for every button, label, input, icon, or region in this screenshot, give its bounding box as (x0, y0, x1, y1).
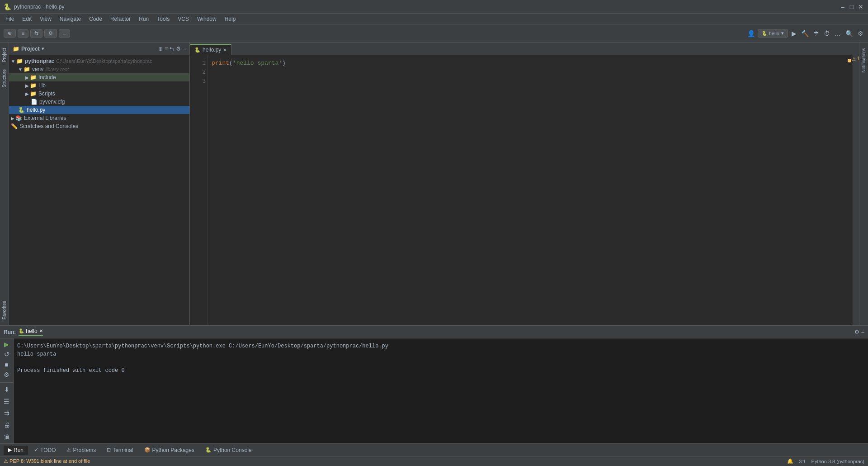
tab-file-icon: 🐍 (194, 47, 201, 53)
search-everywhere-button[interactable]: 🔍 (844, 29, 854, 38)
profile-button[interactable]: ⏱ (823, 29, 831, 38)
settings-button[interactable]: ⚙ (857, 29, 864, 38)
run-config-selector[interactable]: 🐍 hello ▾ (758, 29, 788, 38)
menu-vcs[interactable]: VCS (174, 15, 193, 23)
run-output-exitcode: Process finished with exit code 0 (17, 366, 864, 375)
panel-header-actions: ⊕ ≡ ⇆ ⚙ – (158, 46, 186, 52)
panel-header-title: 📁 Project ▾ (13, 46, 44, 52)
expand-btn[interactable]: ⇆ (30, 29, 42, 38)
run-tab-icon-bottom: ▶ (8, 447, 12, 453)
menu-refactor[interactable]: Refactor (107, 15, 134, 23)
settings-btn[interactable]: ⚙ (44, 29, 57, 38)
minimize-button[interactable]: – (839, 3, 846, 10)
collapse-icon: ≡ (22, 31, 24, 36)
tab-close-hello[interactable]: ✕ (223, 48, 226, 52)
tab-python-packages[interactable]: 📦 Python Packages (140, 446, 199, 455)
tab-problems[interactable]: ⚠ Problems (62, 446, 100, 455)
caret-scripts: ▶ (25, 91, 29, 96)
build-button[interactable]: 🔨 (800, 29, 810, 38)
run-rerun-btn[interactable]: ↺ (2, 350, 12, 358)
tree-item-external-libs[interactable]: ▶ 📚 External Libraries (9, 114, 189, 122)
status-position[interactable]: 3:1 (799, 459, 806, 464)
tree-label-root: pythonprac (25, 58, 54, 64)
panel-settings-btn[interactable]: ⚙ (176, 46, 181, 52)
editor-code[interactable]: print('hello sparta') (208, 55, 846, 325)
editor-gutter-right (846, 55, 853, 325)
run-scroll-end-btn[interactable]: ⬇ (2, 385, 12, 395)
maximize-button[interactable]: □ (848, 3, 855, 10)
tree-item-include[interactable]: ▶ 📁 Include (9, 73, 189, 81)
tab-python-console[interactable]: 🐍 Python Console (201, 446, 256, 455)
run-panel-header: Run: 🐍 hello ✕ ⚙ – (0, 326, 868, 338)
status-warning-msg[interactable]: ⚠ PEP 8: W391 blank line at end of file (4, 458, 90, 464)
run-play-btn[interactable]: ▶ (2, 340, 12, 348)
tree-label-scratches: Scratches and Consoles (19, 123, 78, 129)
run-tab-close[interactable]: ✕ (39, 328, 43, 333)
folder-icon-include: 📁 (30, 74, 37, 81)
tree-item-lib[interactable]: ▶ 📁 Lib (9, 81, 189, 90)
tree-item-pyvenv[interactable]: 📄 pyvenv.cfg (9, 98, 189, 106)
panel-collapse-btn[interactable]: ≡ (165, 46, 168, 52)
tree-item-scripts[interactable]: ▶ 📁 Scripts (9, 90, 189, 98)
favorites-strip-label[interactable]: Favorites (1, 297, 8, 323)
python-packages-tab-icon: 📦 (144, 447, 151, 453)
status-bar-right: 🔔 3:1 Python 3.8 (pythonprac) (787, 458, 864, 464)
line-num-3: 3 (193, 77, 206, 86)
chevron-down-icon: ▾ (781, 30, 784, 36)
status-notification-icon: 🔔 (787, 458, 793, 464)
panel-hide-btn[interactable]: – (183, 46, 186, 52)
status-python[interactable]: Python 3.8 (pythonprac) (811, 459, 864, 464)
menu-tools[interactable]: Tools (153, 15, 173, 23)
coverage-button[interactable]: ☂ (812, 29, 820, 38)
run-output-cmd: C:\Users\EunYo\Desktop\sparta\pythonprac… (17, 342, 864, 350)
run-settings-btn[interactable]: ⚙ (854, 329, 859, 335)
tree-item-venv[interactable]: ▼ 📁 venv library root (9, 65, 189, 73)
menu-navigate[interactable]: Navigate (56, 15, 85, 23)
run-print-btn[interactable]: 🖨 (2, 420, 12, 430)
editor-tab-hello[interactable]: 🐍 hello.py ✕ (190, 44, 231, 55)
run-stop-btn[interactable]: ■ (2, 361, 12, 369)
run-sidebar: ▶ ↺ ■ ⚙ ⬇ ☰ ⇉ 🖨 🗑 (0, 338, 14, 443)
notifications-strip-label[interactable]: Notifications (860, 44, 867, 76)
project-toolbar-btn[interactable]: ⊕ (4, 29, 16, 38)
menu-window[interactable]: Window (193, 15, 220, 23)
tree-item-scratches[interactable]: ✏️ Scratches and Consoles (9, 122, 189, 130)
tab-run[interactable]: ▶ Run (4, 446, 28, 455)
menu-run[interactable]: Run (135, 15, 152, 23)
menu-code[interactable]: Code (85, 15, 106, 23)
run-tab-icon: 🐍 (19, 328, 24, 333)
gear-icon: ⚙ (48, 30, 53, 36)
expand-icon: ⇆ (34, 30, 38, 36)
menu-edit[interactable]: Edit (19, 15, 35, 23)
run-settings-side-btn[interactable]: ⚙ (2, 371, 12, 379)
tree-label-hello: hello.py (27, 107, 45, 113)
more-actions-button[interactable]: … (834, 29, 842, 38)
run-hide-btn[interactable]: – (861, 329, 864, 335)
tree-path-root: C:\Users\EunYo\Desktop\sparta\pythonprac (56, 58, 152, 64)
run-sort-btn[interactable]: ☰ (2, 396, 12, 406)
collapse-btn[interactable]: ≡ (18, 29, 28, 38)
main-content: Project Structure Favorites 📁 Project ▾ … (0, 43, 868, 325)
structure-strip-label[interactable]: Structure (1, 66, 8, 91)
project-strip-label[interactable]: Project (1, 44, 8, 66)
run-output-blank (17, 358, 864, 366)
run-tab-hello[interactable]: 🐍 hello ✕ (19, 328, 42, 336)
close-button[interactable]: ✕ (857, 3, 864, 10)
menu-file[interactable]: File (2, 15, 18, 23)
code-line-3 (212, 77, 843, 86)
menu-help[interactable]: Help (221, 15, 240, 23)
panel-expand-btn[interactable]: ⇆ (170, 46, 174, 52)
panel-locate-btn[interactable]: ⊕ (158, 46, 163, 52)
code-keyword-print: print (212, 60, 229, 67)
hide-btn[interactable]: – (59, 29, 70, 38)
gutter-warning-indicator[interactable] (848, 59, 851, 62)
tab-todo[interactable]: ✓ TODO (30, 446, 60, 455)
run-button[interactable]: ▶ (791, 29, 797, 38)
terminal-tab-icon: ⊡ (107, 447, 111, 453)
run-delete-btn[interactable]: 🗑 (2, 432, 12, 442)
tree-item-root[interactable]: ▼ 📁 pythonprac C:\Users\EunYo\Desktop\sp… (9, 57, 189, 65)
tab-terminal[interactable]: ⊡ Terminal (102, 446, 137, 455)
menu-view[interactable]: View (36, 15, 55, 23)
tree-item-hello[interactable]: 🐍 hello.py (9, 106, 189, 114)
run-fold-btn[interactable]: ⇉ (2, 408, 12, 418)
